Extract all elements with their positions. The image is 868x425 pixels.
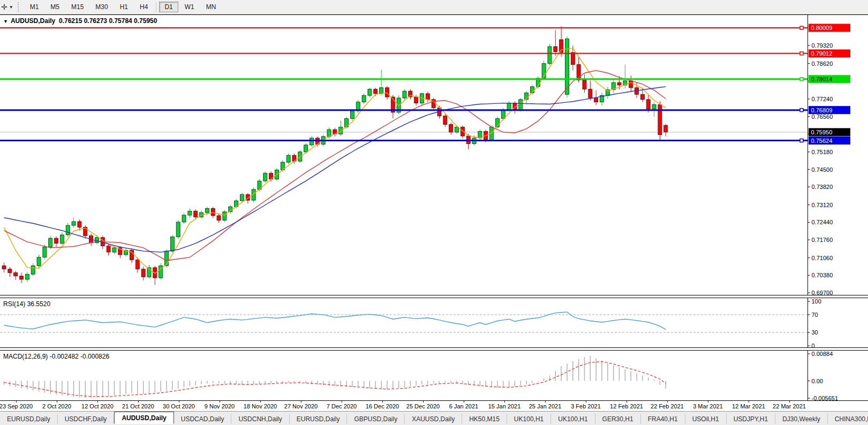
date-tick-mark <box>627 401 627 403</box>
date-tick-label: 3 Feb 2021 <box>571 403 601 409</box>
rsi-label: RSI(14) 36.5520 <box>3 300 50 308</box>
chart-tab-XAUUSD-Daily[interactable]: XAUUSD,Daily <box>405 414 462 424</box>
date-tick-mark <box>301 401 301 403</box>
chart-tabs: EURUSD,DailyUSDCHF,DailyAUDUSD,DailyUSDC… <box>0 412 868 424</box>
chart-tab-UK100-H1[interactable]: UK100,H1 <box>507 414 551 424</box>
date-tick-mark <box>667 401 668 403</box>
chart-tab-USOil-H1[interactable]: USOil,H1 <box>685 414 727 424</box>
svg-text:0.73820: 0.73820 <box>812 184 833 190</box>
date-tick-label: 16 Dec 2020 <box>366 403 399 409</box>
date-axis[interactable]: 23 Sep 20202 Oct 202012 Oct 202021 Oct 2… <box>0 400 868 411</box>
svg-text:0.78620: 0.78620 <box>812 60 833 67</box>
svg-text:0.00884: 0.00884 <box>812 351 833 357</box>
chart-tab-USDCNH-Daily[interactable]: USDCNH,Daily <box>231 414 289 424</box>
svg-text:0.75950: 0.75950 <box>811 129 833 135</box>
svg-text:0.76560: 0.76560 <box>812 113 833 120</box>
cursor-tool-button[interactable]: ✛ ▼ <box>0 0 16 14</box>
chart-title: ▼AUDUSD,Daily 0.76215 0.76273 0.75784 0.… <box>3 17 157 25</box>
date-tick-label: 18 Nov 2020 <box>244 403 277 409</box>
macd-label: MACD(12,26,9) -0.002482 -0.000826 <box>3 353 109 360</box>
date-tick-label: 21 Oct 2020 <box>122 403 154 409</box>
date-tick-mark <box>789 401 790 403</box>
svg-text:0.75180: 0.75180 <box>812 149 833 155</box>
date-tick-mark <box>97 401 98 403</box>
collapse-triangle-icon[interactable]: ▼ <box>3 19 8 24</box>
toolbar-divider <box>156 2 156 12</box>
rsi-chart[interactable]: 10070300 <box>0 298 868 347</box>
svg-text:0.79012: 0.79012 <box>811 50 833 57</box>
timeframe-button-M5[interactable]: M5 <box>45 2 65 12</box>
svg-text:0.74500: 0.74500 <box>812 166 833 173</box>
chart-tab-EURUSD-Daily[interactable]: EURUSD,Daily <box>0 414 58 424</box>
rsi-indicator-pane[interactable]: 10070300 RSI(14) 36.5520 <box>0 298 868 347</box>
svg-text:0.79320: 0.79320 <box>812 42 833 49</box>
timeframe-button-M15[interactable]: M15 <box>66 2 89 12</box>
chart-tab-CHINA300-H1[interactable]: CHINA300,H1 <box>828 414 868 424</box>
date-tick-mark <box>423 401 424 403</box>
svg-text:0.75624: 0.75624 <box>811 138 833 144</box>
chart-symbol-label: AUDUSD,Daily <box>11 17 55 25</box>
toolbar-grip-handle[interactable] <box>18 2 21 12</box>
main-chart-pane[interactable]: 0.793200.786200.779400.772400.765600.758… <box>0 15 868 295</box>
svg-text:70: 70 <box>812 312 818 318</box>
svg-text:0.80009: 0.80009 <box>811 25 833 31</box>
chart-tab-DJ30-Weekly[interactable]: DJ30,Weekly <box>775 414 827 424</box>
date-tick-label: 25 Jan 2021 <box>529 403 562 409</box>
timeframe-button-MN[interactable]: MN <box>201 2 222 12</box>
date-tick-mark <box>16 401 17 403</box>
svg-text:0.76809: 0.76809 <box>811 107 833 113</box>
date-tick-mark <box>708 401 708 403</box>
svg-text:0.72440: 0.72440 <box>812 219 833 225</box>
chart-tab-FRA40-H1[interactable]: FRA40,H1 <box>641 414 685 424</box>
svg-text:0.77240: 0.77240 <box>812 96 833 102</box>
date-tick-label: 12 Oct 2020 <box>81 403 114 409</box>
svg-text:0: 0 <box>812 343 815 347</box>
svg-text:0.71060: 0.71060 <box>812 255 833 261</box>
svg-text:0.70380: 0.70380 <box>812 272 833 278</box>
chart-tab-HK50-M15[interactable]: HK50,M15 <box>462 414 507 424</box>
date-tick-label: 6 Jan 2021 <box>449 403 478 409</box>
macd-chart[interactable]: 0.008840.00-0.005651 <box>0 351 868 400</box>
svg-text:0.71760: 0.71760 <box>812 237 833 243</box>
date-tick-label: 22 Mar 2021 <box>773 403 806 409</box>
chevron-down-icon[interactable]: ▼ <box>9 5 13 10</box>
chart-tab-USDCAD-Daily[interactable]: USDCAD,Daily <box>174 414 232 424</box>
svg-text:0.73120: 0.73120 <box>812 202 833 208</box>
date-tick-mark <box>586 401 586 403</box>
chart-tab-UK100-H1[interactable]: UK100,H1 <box>551 414 595 424</box>
timeframe-button-M1[interactable]: M1 <box>25 2 44 12</box>
chart-tab-USDCHF-Daily[interactable]: USDCHF,Daily <box>58 414 115 424</box>
svg-text:0.78014: 0.78014 <box>811 76 833 82</box>
date-tick-mark <box>260 401 261 403</box>
chart-tab-GER30-H1[interactable]: GER30,H1 <box>595 414 641 424</box>
svg-text:100: 100 <box>812 298 821 305</box>
candlestick-chart[interactable]: 0.793200.786200.779400.772400.765600.758… <box>0 15 868 295</box>
svg-text:-0.005651: -0.005651 <box>812 395 839 400</box>
timeframe-button-D1[interactable]: D1 <box>159 2 178 12</box>
date-tick-mark <box>504 401 505 403</box>
date-tick-mark <box>545 401 546 403</box>
date-tick-label: 3 Mar 2021 <box>693 403 723 409</box>
date-tick-mark <box>749 401 749 403</box>
macd-indicator-pane[interactable]: 0.008840.00-0.005651 MACD(12,26,9) -0.00… <box>0 351 868 400</box>
date-tick-mark <box>220 401 220 403</box>
timeframe-button-H4[interactable]: H4 <box>134 2 153 12</box>
svg-text:0.69700: 0.69700 <box>812 290 833 295</box>
chart-tab-GBPUSD-Daily[interactable]: GBPUSD,Daily <box>347 414 405 424</box>
timeframe-button-M30[interactable]: M30 <box>90 2 113 12</box>
date-tick-label: 27 Nov 2020 <box>284 403 318 409</box>
date-tick-mark <box>464 401 464 403</box>
timeframe-button-group: M1M5M15M30H1H4D1W1MN <box>24 0 222 14</box>
chart-tab-EURUSD-Daily[interactable]: EURUSD,Daily <box>290 414 348 424</box>
date-tick-label: 7 Dec 2020 <box>327 403 357 409</box>
chart-ohlc-values: 0.76215 0.76273 0.75784 0.75950 <box>59 17 157 25</box>
date-tick-mark <box>57 401 57 403</box>
crosshair-icon: ✛ <box>1 3 7 11</box>
date-tick-label: 22 Feb 2021 <box>651 403 684 409</box>
chart-tab-USDJPY-H1[interactable]: USDJPY,H1 <box>727 414 775 424</box>
chart-tab-AUDUSD-Daily[interactable]: AUDUSD,Daily <box>114 412 173 424</box>
svg-text:0.00: 0.00 <box>812 378 823 384</box>
date-tick-label: 15 Jan 2021 <box>488 403 521 409</box>
timeframe-button-H1[interactable]: H1 <box>115 2 133 12</box>
timeframe-button-W1[interactable]: W1 <box>179 2 200 12</box>
